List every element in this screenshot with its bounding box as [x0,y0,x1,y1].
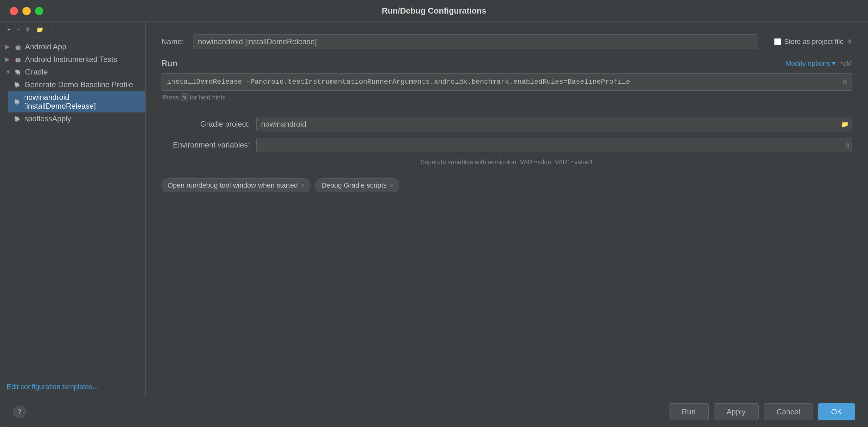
sidebar-footer: Edit configuration templates... [0,377,146,397]
run-command-text: installDemoRelease -Pandroid.testInstrum… [167,78,838,86]
env-vars-input-wrapper: ⎘ [256,138,852,152]
sidebar-item-gradle-label: Gradle [25,68,48,76]
title-bar: Run/Debug Configurations [0,0,868,22]
close-button[interactable] [10,7,18,15]
env-vars-edit-button[interactable]: ⎘ [845,141,849,149]
gradle-project-browse-button[interactable]: 📁 [841,120,849,128]
name-row: Name: Store as project file ⚙ [161,34,852,49]
add-config-button[interactable]: + [5,25,13,34]
edit-templates-link[interactable]: Edit configuration templates... [7,383,98,391]
copy-icon[interactable]: ⎘ [843,78,846,86]
sidebar-item-generate-demo[interactable]: 🐘 Generate Demo Baseline Profile [8,78,146,91]
store-as-project-checkbox[interactable] [774,38,781,45]
maximize-button[interactable] [35,7,43,15]
gradle-children: 🐘 Generate Demo Baseline Profile 🐘 nowin… [0,78,146,125]
env-vars-input[interactable] [256,138,852,152]
sidebar-item-android-instrumented[interactable]: ▶ 🤖 Android Instrumented Tests [0,53,146,66]
tag-open-window-close[interactable]: × [301,183,304,188]
gradle-project-row: Gradle project: 📁 [161,117,852,131]
run-debug-dialog: Run/Debug Configurations + − ⎘ 📁 ↕ ▶ 🤖 A… [0,0,868,427]
sidebar-item-gradle[interactable]: ▼ 🐘 Gradle [0,66,146,78]
store-as-project-label: Store as project file [784,38,844,46]
modify-options-label: Modify options [785,59,830,68]
name-input[interactable] [193,34,758,49]
sort-button[interactable]: ↕ [48,25,54,34]
name-label: Name: [161,37,187,46]
chevron-down-icon: ▾ [832,59,835,68]
chevron-right-icon: ▶ [5,43,11,50]
gear-icon[interactable]: ⚙ [847,38,852,45]
move-to-folder-button[interactable]: 📁 [34,25,45,34]
run-section-title: Run [161,59,178,68]
sidebar-item-spotless-apply-label: spotlessApply [24,114,71,123]
store-as-project-container: Store as project file ⚙ [774,38,852,46]
run-section-header: Run Modify options ▾ ⌥M [161,59,852,68]
bottom-left: ? [13,405,26,418]
run-section: Run Modify options ▾ ⌥M installDemoRelea… [161,59,852,110]
instrumented-icon: 🤖 [13,55,23,64]
right-panel: Name: Store as project file ⚙ Run Modify… [146,22,868,397]
cancel-button[interactable]: Cancel [764,403,813,420]
run-command-area: installDemoRelease -Pandroid.testInstrum… [161,73,852,91]
sidebar-toolbar: + − ⎘ 📁 ↕ [0,22,146,38]
hint-key: ⌥ [181,94,188,101]
modify-options-shortcut: ⌥M [839,60,852,67]
gradle-child-icon-selected: 🐘 [13,97,22,106]
sidebar-item-nowinandroid-label: nowinandroid [installDemoRelease] [24,93,141,110]
tag-debug-gradle-close[interactable]: × [390,183,393,188]
ok-button[interactable]: OK [818,403,855,420]
traffic-lights [10,7,43,15]
sidebar-item-generate-demo-label: Generate Demo Baseline Profile [24,80,133,89]
bottom-bar: ? Run Apply Cancel OK [0,397,868,427]
tag-debug-gradle-label: Debug Gradle scripts [321,181,387,190]
run-button[interactable]: Run [669,403,709,420]
dialog-title: Run/Debug Configurations [382,6,487,16]
sidebar: + − ⎘ 📁 ↕ ▶ 🤖 Android App ▶ 🤖 Android In… [0,22,146,397]
remove-config-button[interactable]: − [15,25,23,34]
tag-debug-gradle: Debug Gradle scripts × [315,178,399,192]
minimize-button[interactable] [23,7,31,15]
env-vars-label: Environment variables: [161,140,250,150]
gradle-project-label: Gradle project: [161,120,250,129]
sidebar-item-nowinandroid-install[interactable]: 🐘 nowinandroid [installDemoRelease] [8,91,146,112]
chevron-right-icon: ▶ [5,56,11,63]
copy-config-button[interactable]: ⎘ [25,25,32,34]
apply-button[interactable]: Apply [714,403,758,420]
env-vars-row: Environment variables: ⎘ [161,138,852,152]
bottom-right: Run Apply Cancel OK [669,403,855,420]
sidebar-tree: ▶ 🤖 Android App ▶ 🤖 Android Instrumented… [0,38,146,377]
gradle-project-input[interactable] [256,117,852,131]
sidebar-item-android-app-label: Android App [25,42,66,51]
tags-row: Open run/debug tool window when started … [161,178,852,192]
sidebar-item-spotless-apply[interactable]: 🐘 spotlessApply [8,112,146,125]
field-hint: Press ⌥ for field hints [161,94,852,101]
help-button[interactable]: ? [13,405,26,418]
sidebar-item-android-instrumented-label: Android Instrumented Tests [25,55,117,64]
sidebar-item-android-app[interactable]: ▶ 🤖 Android App [0,40,146,53]
modify-options-button[interactable]: Modify options ▾ [785,59,835,68]
tag-open-window: Open run/debug tool window when started … [161,178,310,192]
separator-hint: Separate variables with semicolon: VAR=v… [161,159,852,166]
gradle-project-input-wrapper: 📁 [256,117,852,131]
gradle-icon: 🐘 [13,68,23,76]
gradle-child-icon: 🐘 [13,80,22,89]
tag-open-window-label: Open run/debug tool window when started [167,181,298,190]
main-content: + − ⎘ 📁 ↕ ▶ 🤖 Android App ▶ 🤖 Android In… [0,22,868,397]
chevron-down-icon: ▼ [5,69,11,75]
android-icon: 🤖 [13,42,23,51]
gradle-child-icon-spotless: 🐘 [13,114,22,123]
